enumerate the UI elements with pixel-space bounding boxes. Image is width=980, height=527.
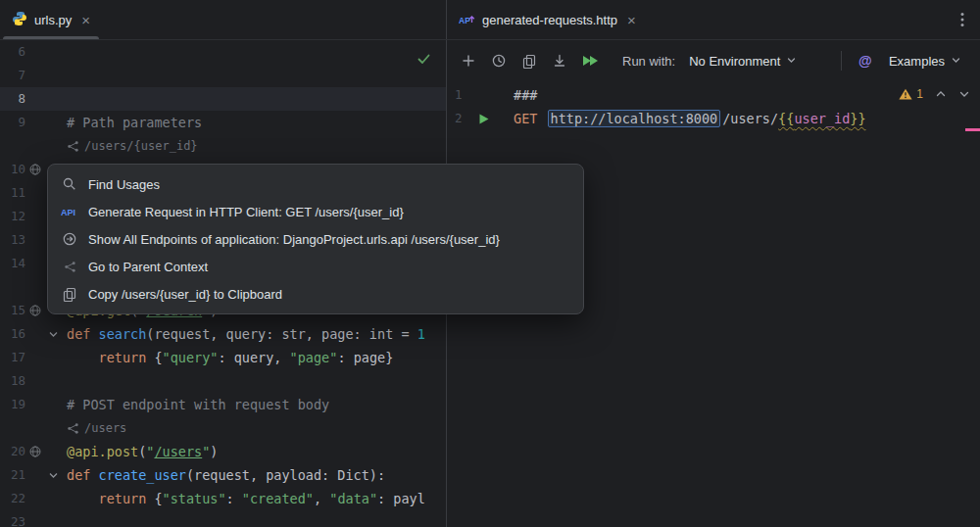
line-number: 15 (0, 299, 25, 322)
python-file-icon (12, 11, 27, 29)
editor-tab-bar: urls.py × AP generated-requests.http × (0, 0, 980, 40)
environment-select[interactable]: No Environment (682, 51, 804, 72)
gutter-space (25, 40, 45, 64)
token: { (154, 350, 162, 365)
code-text[interactable]: /users/{user_id} (61, 134, 198, 158)
scrollbar-caret-marker (965, 128, 980, 131)
tab-urls-py[interactable]: urls.py × (0, 0, 102, 39)
context-popup: Find UsagesAPIGenerate Request in HTTP C… (47, 164, 584, 314)
inspections-ok-icon[interactable] (417, 53, 430, 68)
code-row: 9# Path parameters (0, 111, 446, 134)
ide-window: urls.py × AP generated-requests.http × 6… (0, 0, 980, 527)
fold-chevron-icon[interactable] (45, 322, 61, 346)
inlay-label: /users (84, 416, 126, 440)
code-row: 18 (0, 369, 446, 393)
tab-generated-requests-http[interactable]: AP generated-requests.http × (447, 0, 648, 39)
code-text[interactable]: def create_user(request, payload: Dict): (61, 463, 385, 487)
active-tab-underline (3, 36, 99, 39)
code-text[interactable] (61, 64, 67, 87)
endpoint-inlay-hint[interactable]: /users/{user_id} (67, 134, 198, 158)
more-options-icon[interactable] (956, 8, 968, 31)
inlay-row: /users/{user_id} (0, 134, 446, 158)
gutter-space (25, 346, 45, 369)
token: "created" (242, 491, 314, 506)
gutter-space (25, 463, 45, 487)
token: search (99, 326, 147, 342)
line-number: 19 (0, 393, 25, 416)
code-text[interactable]: @api.post("/users") (61, 440, 219, 463)
endpoint-inlay-hint[interactable]: /users (67, 416, 126, 440)
gutter-space (25, 64, 45, 87)
token: : (226, 491, 242, 506)
code-text[interactable]: # POST endpoint with request body (61, 393, 329, 416)
fold-space (45, 64, 61, 87)
gutter-space (25, 322, 45, 346)
api-icon: API (61, 206, 78, 217)
code-text[interactable]: return {"query": query, "page": page} (61, 346, 393, 369)
gutter-space (25, 228, 45, 252)
code-text[interactable] (61, 40, 67, 64)
gutter-space (25, 111, 45, 134)
popup-item-find-usages[interactable]: Find Usages (48, 170, 583, 198)
gutter-space (25, 134, 45, 158)
search-icon (61, 176, 78, 192)
close-tab-icon[interactable]: × (627, 13, 636, 27)
line-number (0, 134, 25, 158)
line-number: 1 (447, 83, 468, 107)
endpoints-icon (61, 231, 78, 247)
run-all-button[interactable] (576, 48, 604, 73)
next-problem-icon[interactable] (958, 88, 970, 100)
run-request-icon[interactable] (468, 107, 498, 130)
line-number: 12 (0, 205, 25, 228)
line-number: 23 (0, 510, 25, 527)
copy-request-button[interactable] (515, 48, 543, 73)
gutter-space (25, 252, 45, 275)
code-text[interactable] (61, 87, 67, 111)
fold-space (45, 416, 61, 440)
code-text[interactable]: return {"status": "created", "data": pay… (61, 487, 425, 510)
warning-icon[interactable]: 1 (899, 87, 923, 101)
code-text[interactable] (61, 510, 67, 527)
right-tab-strip: AP generated-requests.http × (447, 0, 980, 39)
fold-space (45, 346, 61, 369)
close-tab-icon[interactable]: × (81, 13, 90, 27)
code-row: 7 (0, 64, 446, 87)
run-with-label: Run with: (622, 54, 675, 69)
code-text[interactable]: ### (514, 83, 537, 107)
code-text[interactable]: def search(request, query: str, page: in… (61, 322, 425, 346)
line-number: 9 (0, 111, 25, 134)
examples-select[interactable]: Examples (882, 51, 968, 72)
token: "status" (163, 491, 226, 506)
token: GET (514, 111, 546, 126)
code-text[interactable]: # Path parameters (61, 111, 202, 134)
token: 1 (417, 326, 425, 342)
popup-item-show-all-endpoints[interactable]: Show All Endpoints of application: Djang… (48, 225, 583, 253)
fold-space (45, 393, 61, 416)
popup-item-generate-request[interactable]: APIGenerate Request in HTTP Client: GET … (48, 198, 583, 225)
token: # Path parameters (67, 115, 202, 130)
chevron-down-icon (786, 54, 797, 69)
code-row: 17 return {"query": query, "page": page} (0, 346, 446, 369)
code-text[interactable] (61, 369, 67, 393)
code-row: 6 (0, 40, 446, 64)
code-text[interactable]: GET http://localhost:8000/users/{{user_i… (514, 107, 866, 130)
import-requests-button[interactable] (546, 48, 573, 73)
environment-value: No Environment (689, 54, 780, 69)
code-text[interactable]: /users (61, 416, 126, 440)
environment-variables-button[interactable]: @ (852, 48, 879, 73)
popup-item-label: Go to Parent Context (88, 260, 208, 274)
fold-space (45, 440, 61, 463)
endpoint-gutter-icon[interactable] (25, 299, 45, 322)
history-button[interactable] (485, 48, 513, 73)
fold-chevron-icon[interactable] (45, 463, 61, 487)
prev-problem-icon[interactable] (935, 88, 947, 100)
popup-item-copy-to-clipboard[interactable]: Copy /users/{user_id} to Clipboard (48, 280, 583, 308)
endpoint-gutter-icon[interactable] (25, 158, 45, 181)
popup-item-go-to-parent-context[interactable]: Go to Parent Context (48, 253, 583, 280)
token: @api.post (67, 444, 138, 459)
code-row: 23 (0, 510, 446, 527)
add-request-button[interactable] (455, 48, 482, 73)
fold-space (45, 111, 61, 134)
endpoint-gutter-icon[interactable] (25, 440, 45, 463)
line-number: 13 (0, 228, 25, 252)
